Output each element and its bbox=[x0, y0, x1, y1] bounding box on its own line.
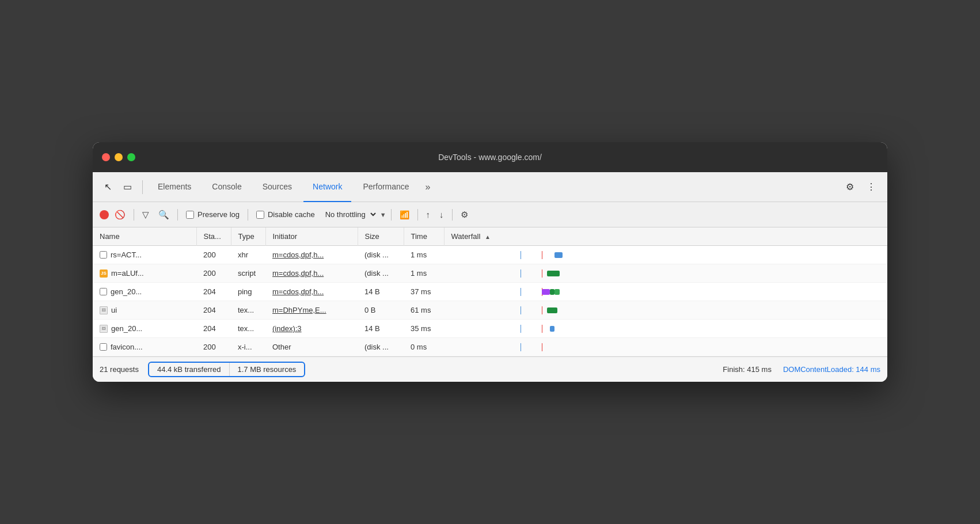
row-name: m=aLUf... bbox=[111, 269, 144, 278]
settings-button[interactable]: ⚙ bbox=[841, 178, 859, 196]
row-checkbox[interactable] bbox=[100, 343, 107, 351]
sort-icon: ▲ bbox=[485, 234, 491, 240]
gear-secondary-icon: ⚙ bbox=[461, 210, 468, 220]
col-header-waterfall[interactable]: Waterfall ▲ bbox=[444, 227, 887, 246]
table-row[interactable]: JSm=aLUf...200scriptm=cdos,dpf,h...(disk… bbox=[93, 264, 887, 283]
device-icon: ▭ bbox=[123, 181, 132, 192]
row-initiator[interactable]: (index):3 bbox=[265, 320, 358, 338]
row-waterfall bbox=[444, 283, 887, 301]
upload-button[interactable]: ↑ bbox=[423, 207, 434, 222]
row-time: 0 ms bbox=[404, 338, 444, 356]
row-size: (disk ... bbox=[358, 338, 404, 356]
row-time: 1 ms bbox=[404, 246, 444, 264]
row-checkbox[interactable] bbox=[100, 288, 107, 295]
tab-console[interactable]: Console bbox=[203, 172, 250, 202]
row-initiator[interactable]: m=cdos,dpf,h... bbox=[265, 264, 358, 283]
footer-requests: 21 requests bbox=[100, 365, 139, 374]
col-status-label: Sta... bbox=[204, 232, 221, 241]
row-name: favicon.... bbox=[111, 343, 143, 351]
row-initiator[interactable]: m=cdos,dpf,h... bbox=[265, 283, 358, 301]
disable-cache-checkbox[interactable] bbox=[256, 211, 264, 219]
waterfall-bar bbox=[547, 307, 557, 313]
st-separator-5 bbox=[417, 209, 418, 221]
row-name: ui bbox=[111, 306, 117, 314]
row-initiator: Other bbox=[265, 338, 358, 356]
row-time: 35 ms bbox=[404, 320, 444, 338]
tab-performance[interactable]: Performance bbox=[354, 172, 418, 202]
col-header-initiator[interactable]: Initiator bbox=[265, 227, 358, 246]
row-size: 14 B bbox=[358, 320, 404, 338]
disable-cache-label[interactable]: Disable cache bbox=[253, 210, 318, 219]
waterfall-bar bbox=[554, 252, 562, 258]
col-initiator-label: Initiator bbox=[273, 232, 298, 241]
col-header-name[interactable]: Name bbox=[93, 227, 196, 246]
secondary-toolbar: 🚫 ▽ 🔍 Preserve log Disable cache No thro… bbox=[93, 202, 887, 227]
name-cell: JSm=aLUf... bbox=[93, 264, 196, 283]
filter-button[interactable]: ▽ bbox=[139, 207, 153, 222]
table-row[interactable]: rs=ACT...200xhrm=cdos,dpf,h...(disk ...1… bbox=[93, 246, 887, 264]
gear-icon: ⚙ bbox=[846, 181, 854, 192]
col-size-label: Size bbox=[365, 232, 379, 241]
row-status: 200 bbox=[196, 338, 231, 356]
name-cell: rs=ACT... bbox=[93, 246, 196, 264]
minimize-button[interactable] bbox=[115, 153, 123, 161]
st-separator-3 bbox=[248, 209, 248, 221]
col-name-label: Name bbox=[100, 232, 120, 241]
row-checkbox[interactable] bbox=[100, 251, 107, 259]
preserve-log-checkbox[interactable] bbox=[186, 211, 194, 219]
row-time: 37 ms bbox=[404, 283, 444, 301]
row-status: 204 bbox=[196, 283, 231, 301]
download-button[interactable]: ↓ bbox=[436, 207, 447, 222]
row-type: xhr bbox=[231, 246, 265, 264]
more-tabs-button[interactable]: » bbox=[421, 182, 435, 192]
name-cell: 🖼gen_20... bbox=[93, 320, 196, 338]
tab-elements[interactable]: Elements bbox=[149, 172, 200, 202]
main-toolbar: ↖ ▭ Elements Console Sources Network Per… bbox=[93, 172, 887, 202]
row-size: (disk ... bbox=[358, 264, 404, 283]
table-row[interactable]: 🖼ui204tex...m=DhPYme,E...0 B61 ms bbox=[93, 301, 887, 320]
row-time: 1 ms bbox=[404, 264, 444, 283]
maximize-button[interactable] bbox=[127, 153, 135, 161]
clear-button[interactable]: 🚫 bbox=[111, 207, 129, 222]
table-row[interactable]: gen_20...204pingm=cdos,dpf,h...14 B37 ms bbox=[93, 283, 887, 301]
st-separator-6 bbox=[452, 209, 453, 221]
table-row[interactable]: 🖼gen_20...204tex...(index):314 B35 ms bbox=[93, 320, 887, 338]
row-size: 14 B bbox=[358, 283, 404, 301]
row-waterfall bbox=[444, 338, 887, 356]
st-separator-4 bbox=[391, 209, 392, 221]
wifi-button[interactable]: 📶 bbox=[396, 208, 413, 222]
row-waterfall bbox=[444, 320, 887, 338]
close-button[interactable] bbox=[102, 153, 110, 161]
upload-icon: ↑ bbox=[426, 210, 431, 219]
network-table-body: rs=ACT...200xhrm=cdos,dpf,h...(disk ...1… bbox=[93, 246, 887, 356]
row-initiator[interactable]: m=cdos,dpf,h... bbox=[265, 246, 358, 264]
row-initiator[interactable]: m=DhPYme,E... bbox=[265, 301, 358, 320]
settings-secondary-button[interactable]: ⚙ bbox=[457, 207, 472, 222]
tab-sources[interactable]: Sources bbox=[253, 172, 301, 202]
tab-network[interactable]: Network bbox=[303, 172, 351, 202]
search-button[interactable]: 🔍 bbox=[155, 207, 173, 222]
row-status: 204 bbox=[196, 320, 231, 338]
img-icon: 🖼 bbox=[100, 306, 108, 314]
waterfall-wrapper: Name Sta... Type Initiator Size bbox=[93, 227, 887, 356]
row-name: gen_20... bbox=[111, 287, 142, 296]
throttle-select[interactable]: No throttling bbox=[321, 207, 378, 222]
throttle-arrow-icon: ▼ bbox=[380, 211, 386, 218]
more-menu-button[interactable]: ⋮ bbox=[862, 178, 880, 196]
footer-finish: Finish: 415 ms bbox=[723, 365, 772, 374]
col-header-size[interactable]: Size bbox=[358, 227, 404, 246]
download-icon: ↓ bbox=[439, 210, 444, 219]
preserve-log-label[interactable]: Preserve log bbox=[183, 210, 243, 219]
table-header-row: Name Sta... Type Initiator Size bbox=[93, 227, 887, 246]
col-header-status[interactable]: Sta... bbox=[196, 227, 231, 246]
row-type: script bbox=[231, 264, 265, 283]
col-header-type[interactable]: Type bbox=[231, 227, 265, 246]
st-separator-2 bbox=[177, 209, 178, 221]
device-button[interactable]: ▭ bbox=[119, 178, 136, 196]
disable-cache-text: Disable cache bbox=[268, 210, 315, 219]
col-header-time[interactable]: Time bbox=[404, 227, 444, 246]
table-row[interactable]: favicon....200x-i...Other(disk ...0 ms bbox=[93, 338, 887, 356]
record-button[interactable] bbox=[100, 210, 109, 219]
inspect-button[interactable]: ↖ bbox=[100, 178, 116, 196]
js-icon: JS bbox=[100, 269, 108, 278]
